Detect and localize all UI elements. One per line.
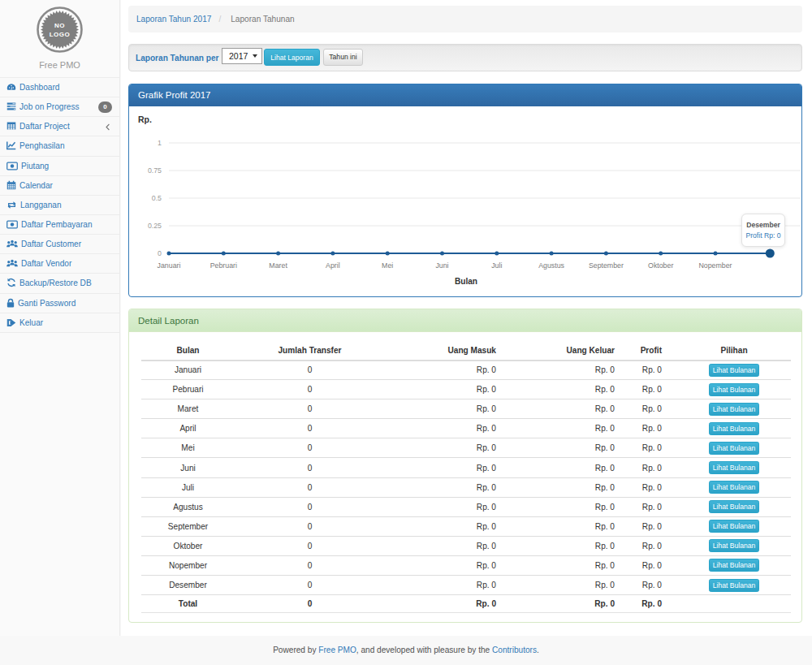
svg-text:0: 0: [158, 249, 162, 257]
svg-text:0.75: 0.75: [148, 166, 162, 175]
svg-text:April: April: [326, 261, 340, 270]
svg-text:September: September: [589, 261, 624, 270]
svg-text:Juni: Juni: [435, 261, 448, 270]
svg-text:Bulan: Bulan: [455, 277, 477, 286]
svg-text:Nopember: Nopember: [698, 261, 732, 270]
svg-text:Juli: Juli: [491, 261, 502, 270]
svg-text:NO: NO: [54, 22, 65, 29]
svg-text:Januari: Januari: [158, 261, 181, 270]
svg-text:Agustus: Agustus: [538, 261, 564, 270]
svg-text:0.25: 0.25: [148, 222, 162, 230]
svg-text:LOGO: LOGO: [50, 31, 71, 38]
svg-text:0.5: 0.5: [152, 194, 162, 202]
svg-text:Maret: Maret: [269, 261, 287, 270]
svg-text:Mei: Mei: [382, 261, 393, 270]
svg-text:Pebruari: Pebruari: [210, 261, 237, 270]
svg-text:Oktober: Oktober: [648, 261, 673, 270]
svg-text:1: 1: [158, 139, 162, 147]
